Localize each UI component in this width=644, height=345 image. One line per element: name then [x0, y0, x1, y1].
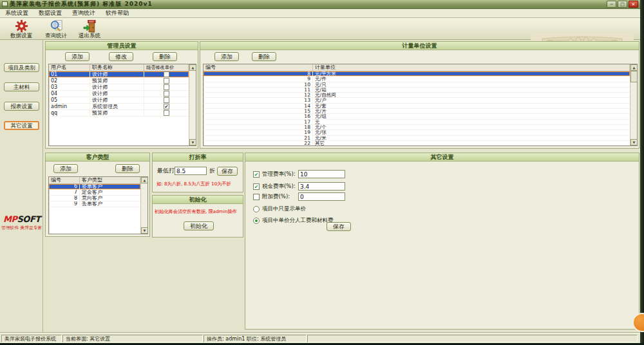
admin-role-cell: 预算师	[90, 110, 144, 116]
scroll-up-icon[interactable]: ▲	[630, 64, 638, 71]
discount-hint: 如: 8为八折, 8.5为八五折 10为不折	[156, 181, 231, 187]
units-table-scrollbar[interactable]: ▲ ▼	[630, 64, 637, 145]
unit-name-cell: 元/件	[313, 77, 630, 81]
min-discount-label: 最低打	[157, 167, 175, 175]
can-edit-checkbox[interactable]	[164, 71, 169, 77]
customer-table-scrollbar[interactable]: ▲ ▼	[140, 177, 147, 234]
admin-user-cell: 01	[49, 71, 90, 77]
logo-slogan: 管理软件 美萍是专家	[1, 225, 43, 230]
fee-checkbox[interactable]	[253, 194, 260, 200]
admin-canedit-cell	[144, 97, 189, 103]
unit-table-row[interactable]: 22其它	[204, 141, 630, 146]
customer-table: 编号 客户类型 6签单客户7定金客户8意向客户9丢单客户 ▲ ▼	[48, 176, 148, 234]
menu-help[interactable]: 软件帮助	[100, 9, 134, 17]
units-delete-button[interactable]: 删除	[252, 52, 276, 61]
customer-add-button[interactable]: 添加	[53, 164, 78, 173]
scroll-down-icon[interactable]: ▼	[141, 227, 148, 234]
admin-table-row[interactable]: qq预算师	[49, 110, 189, 117]
scroll-up-icon[interactable]: ▲	[189, 64, 196, 71]
unit-table-row[interactable]: 11元/箱	[204, 88, 630, 93]
admin-table-scrollbar[interactable]: ▲ ▼	[189, 64, 196, 145]
unit-table-row[interactable]: 10元/只	[204, 82, 630, 88]
toolbar-data-settings-button[interactable]: 数据设置	[5, 19, 37, 39]
fee-option-row: ✔税金费率(%):	[253, 182, 345, 191]
customer-table-row[interactable]: 6签单客户	[49, 184, 140, 190]
admin-edit-button[interactable]: 修改	[109, 52, 133, 61]
fee-input[interactable]	[298, 170, 345, 178]
minimize-button[interactable]: ─	[607, 1, 616, 8]
admin-table-row[interactable]: 04设计师	[49, 91, 189, 97]
unit-name-cell: 元/张	[313, 130, 630, 135]
admin-delete-button[interactable]: 删除	[153, 52, 177, 61]
unit-table-row[interactable]: 14元/套	[204, 104, 630, 109]
scrollbar-thumb[interactable]	[630, 71, 638, 82]
admin-add-button[interactable]: 添加	[65, 52, 90, 61]
menu-data-settings[interactable]: 数据设置	[33, 9, 67, 17]
unit-table-row[interactable]: 8元/平方米	[204, 71, 630, 77]
title-bar: 美萍家装电子报价系统(预算师) 标准版 2020v1 ─ □ ✕	[0, 0, 640, 9]
unit-table-row[interactable]: 9元/件	[204, 77, 630, 82]
admin-table-row[interactable]: 05设计师	[49, 97, 189, 104]
can-edit-checkbox[interactable]: ✔	[164, 104, 169, 109]
unit-table-row[interactable]: 12元/自然间	[204, 93, 630, 98]
col-customer-id: 编号	[49, 177, 80, 183]
unit-table-row[interactable]: 16元/组	[204, 114, 630, 119]
unit-id-cell: 17	[204, 120, 313, 124]
unit-table-row[interactable]: 19元/张	[204, 130, 630, 135]
toolbar-query-stats-button[interactable]: 查询统计	[40, 19, 72, 39]
toolbar-data-settings-label: 数据设置	[5, 33, 37, 39]
can-edit-checkbox[interactable]	[164, 91, 169, 97]
unit-table-row[interactable]: 18元/个	[204, 125, 630, 130]
customer-panel-title: 客户类型	[46, 153, 149, 162]
admin-canedit-cell	[144, 78, 189, 84]
unit-name-cell: 元/自然间	[313, 93, 630, 97]
scroll-down-icon[interactable]: ▼	[189, 139, 196, 145]
scroll-down-icon[interactable]: ▼	[630, 139, 638, 145]
price-mode-radio[interactable]	[253, 206, 260, 212]
unit-table-row[interactable]: 21元/米	[204, 136, 630, 141]
admin-table-row[interactable]: 02预算师	[49, 78, 189, 84]
customer-id-cell: 9	[49, 201, 80, 207]
toolbar-exit-button[interactable]: EXIT 退出系统	[73, 19, 106, 39]
unit-table-row[interactable]: 13元/户	[204, 98, 630, 103]
admin-table-row[interactable]: admin系统管理员✔	[49, 104, 189, 110]
fee-input[interactable]	[298, 192, 345, 201]
fee-checkbox[interactable]: ✔	[253, 183, 260, 190]
can-edit-checkbox[interactable]	[164, 78, 169, 84]
sidebar-item-reports[interactable]: 报表设置	[4, 102, 39, 111]
can-edit-checkbox[interactable]	[164, 110, 169, 116]
customer-table-row[interactable]: 9丢单客户	[49, 201, 140, 207]
price-mode-radio[interactable]	[253, 218, 260, 224]
menu-system-settings[interactable]: 系统设置	[0, 9, 33, 17]
unit-id-cell: 10	[204, 82, 313, 87]
customer-table-row[interactable]: 8意向客户	[49, 196, 140, 201]
units-add-button[interactable]: 添加	[214, 52, 239, 61]
admin-table-row[interactable]: 01设计师	[49, 71, 189, 78]
discount-panel-title: 打折率	[153, 153, 243, 162]
unit-table-row[interactable]: 15元/片	[204, 109, 630, 114]
sidebar-item-projects[interactable]: 项目及类别	[4, 63, 39, 72]
init-button[interactable]: 初始化	[184, 221, 214, 230]
fee-checkbox[interactable]: ✔	[253, 171, 260, 178]
maximize-button[interactable]: □	[618, 1, 627, 8]
can-edit-checkbox[interactable]	[164, 84, 169, 90]
min-discount-input[interactable]	[175, 167, 207, 175]
fee-input[interactable]	[298, 182, 345, 191]
admin-canedit-cell	[144, 84, 189, 90]
other-save-button[interactable]: 保存	[327, 222, 351, 231]
unit-table-row[interactable]: 17元	[204, 120, 630, 125]
can-edit-checkbox[interactable]	[164, 97, 169, 103]
menu-query-stats[interactable]: 查询统计	[67, 9, 100, 17]
admin-canedit-cell	[144, 71, 189, 77]
sidebar-item-materials[interactable]: 主材料	[4, 82, 39, 91]
discount-save-button[interactable]: 保存	[217, 167, 238, 176]
customer-table-row[interactable]: 7定金客户	[49, 190, 140, 196]
admin-table-row[interactable]: 03设计师	[49, 84, 189, 91]
fee-option-row: 附加费(%):	[253, 192, 345, 201]
customer-delete-button[interactable]: 删除	[115, 164, 140, 173]
scroll-up-icon[interactable]: ▲	[141, 177, 148, 183]
close-button[interactable]: ✕	[629, 1, 638, 8]
sidebar-item-other-settings[interactable]: 其它设置	[4, 121, 39, 130]
price-mode-option-row: 项目中单价分人工费和材料费	[253, 216, 334, 225]
unit-name-cell: 元/平方米	[313, 71, 630, 76]
